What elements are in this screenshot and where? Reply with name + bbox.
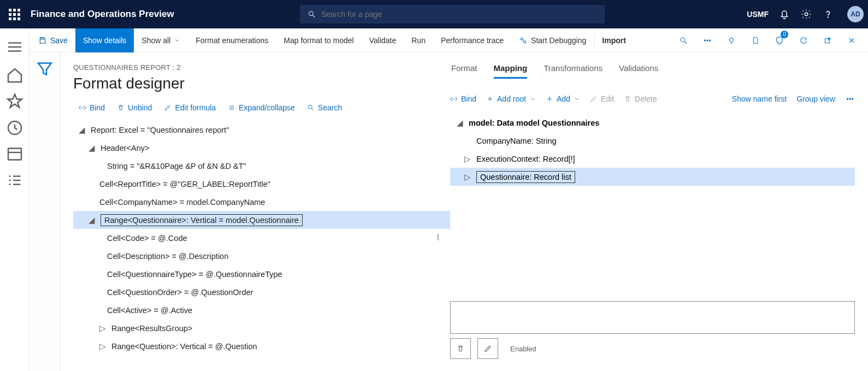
attachments-button[interactable] <box>746 31 765 50</box>
close-button[interactable] <box>842 31 861 50</box>
breadcrumb: QUESTIONNAIRES REPORT : 2 <box>73 63 450 72</box>
page-title: Format designer <box>73 75 450 92</box>
tree-row-selected[interactable]: ◢Range<Questionnaire>: Vertical = model.… <box>73 211 450 229</box>
tree-row[interactable]: ▷ExecutionContext: Record[!] <box>450 150 855 168</box>
tree-row[interactable]: Cell<Description> = @.Description <box>73 247 450 265</box>
svg-point-38 <box>852 98 853 99</box>
map-more-button[interactable] <box>845 94 855 104</box>
expand-collapse-button[interactable]: Expand/collapse <box>228 103 295 112</box>
workspaces-icon[interactable] <box>5 144 25 164</box>
settings-icon[interactable] <box>800 8 812 20</box>
messages-button[interactable]: 0 <box>770 31 789 50</box>
splitter-handle[interactable]: || <box>437 233 438 240</box>
tree-row[interactable]: ▷Range<ResultsGroup> <box>73 319 450 337</box>
show-details-button[interactable]: Show details <box>75 28 134 52</box>
svg-line-1 <box>312 15 315 17</box>
trash-icon <box>624 95 631 103</box>
svg-point-22 <box>707 39 708 40</box>
svg-point-30 <box>308 105 312 109</box>
tree-row[interactable]: Cell<ReportTitle> = @"GER_LABEL:ReportTi… <box>73 175 450 193</box>
more-actions-button[interactable] <box>698 31 717 50</box>
debug-icon <box>519 36 528 45</box>
tab-format[interactable]: Format <box>451 63 477 79</box>
caret-down-icon[interactable]: ◢ <box>88 144 95 152</box>
tree-row[interactable]: ▷Range<Question>: Vertical = @.Question <box>73 337 450 355</box>
company-code[interactable]: USMF <box>747 10 769 19</box>
help-icon[interactable] <box>822 8 834 20</box>
notifications-icon[interactable] <box>778 8 790 20</box>
unbind-button[interactable]: Unbind <box>117 103 152 112</box>
search-icon <box>308 10 316 19</box>
tab-validations[interactable]: Validations <box>619 63 658 79</box>
pin-button[interactable] <box>722 31 741 50</box>
find-button[interactable] <box>674 31 693 50</box>
messages-badge: 0 <box>781 31 788 38</box>
formula-delete-button[interactable] <box>450 338 471 359</box>
chevron-down-icon <box>174 37 180 44</box>
refresh-button[interactable] <box>794 31 813 50</box>
caret-down-icon[interactable]: ◢ <box>88 216 95 225</box>
format-enumerations-button[interactable]: Format enumerations <box>188 28 276 52</box>
tree-row[interactable]: Cell<Code> = @.Code <box>73 229 450 247</box>
global-search[interactable] <box>300 5 605 23</box>
run-button[interactable]: Run <box>404 28 433 52</box>
start-debugging-button[interactable]: Start Debugging <box>511 28 594 52</box>
filter-icon[interactable] <box>35 59 55 79</box>
app-title: Finance and Operations Preview <box>31 9 174 20</box>
tree-row[interactable]: ◢model: Data model Questionnaires <box>450 114 855 132</box>
refresh-icon <box>799 36 808 45</box>
caret-right-icon[interactable]: ▷ <box>99 342 106 351</box>
tree-row[interactable]: ◢Report: Excel = "Questionnaires report" <box>73 121 450 139</box>
modules-icon[interactable] <box>5 170 25 190</box>
tab-mapping[interactable]: Mapping <box>494 63 528 79</box>
svg-point-37 <box>849 98 851 99</box>
tree-search-button[interactable]: Search <box>307 103 342 112</box>
pencil-icon <box>164 104 172 111</box>
format-toolbar: Bind Unbind Edit formula Expand/collapse… <box>73 103 450 112</box>
map-bind-button[interactable]: Bind <box>450 95 476 103</box>
tree-row-selected[interactable]: ▷Questionnaire: Record list <box>450 168 855 186</box>
ellipsis-icon <box>845 94 855 104</box>
performance-trace-button[interactable]: Performance trace <box>433 28 511 52</box>
group-view-button[interactable]: Group view <box>796 95 835 103</box>
caret-down-icon[interactable]: ◢ <box>457 119 463 127</box>
add-button[interactable]: Add <box>546 95 580 103</box>
recent-icon[interactable] <box>5 118 25 138</box>
formula-edit-button[interactable] <box>477 338 498 359</box>
user-avatar[interactable]: AD <box>847 6 864 22</box>
caret-right-icon[interactable]: ▷ <box>99 324 106 333</box>
caret-right-icon[interactable]: ▷ <box>464 173 471 181</box>
global-search-input[interactable] <box>321 10 597 19</box>
tab-transformations[interactable]: Transformations <box>544 63 603 79</box>
show-all-button[interactable]: Show all <box>134 28 188 52</box>
save-button[interactable]: Save <box>31 28 75 52</box>
tree-row[interactable]: Cell<QuestionOrder> = @.QuestionOrder <box>73 283 450 301</box>
home-icon[interactable] <box>5 66 25 85</box>
tree-row[interactable]: Cell<CompanyName> = model.CompanyName <box>73 193 450 211</box>
edit-formula-button[interactable]: Edit formula <box>164 103 216 112</box>
tree-row[interactable]: CompanyName: String <box>450 132 855 150</box>
hamburger-icon[interactable] <box>5 37 25 57</box>
caret-down-icon[interactable]: ◢ <box>79 126 85 134</box>
link-icon <box>79 104 86 111</box>
show-name-first-button[interactable]: Show name first <box>732 95 787 103</box>
tree-row[interactable]: Cell<QuestionnaireType> = @.Questionnair… <box>73 265 450 283</box>
plus-icon <box>486 95 494 103</box>
bind-button[interactable]: Bind <box>79 103 105 112</box>
svg-point-21 <box>704 39 705 40</box>
favorites-icon[interactable] <box>5 92 25 111</box>
tree-row[interactable]: String = "&R&10Page &P of &N &D &T" <box>73 157 450 175</box>
filter-strip <box>29 52 60 371</box>
waffle-menu[interactable] <box>4 4 24 24</box>
svg-point-17 <box>521 38 523 40</box>
formula-box[interactable] <box>450 301 855 334</box>
import-button[interactable]: Import <box>594 28 634 52</box>
tree-row[interactable]: Cell<Active> = @.Active <box>73 301 450 319</box>
popout-button[interactable] <box>818 31 837 50</box>
tree-row[interactable]: ◢Header<Any> <box>73 139 450 157</box>
validate-button[interactable]: Validate <box>362 28 404 52</box>
pencil-icon <box>483 344 492 353</box>
map-format-to-model-button[interactable]: Map format to model <box>276 28 361 52</box>
caret-right-icon[interactable]: ▷ <box>464 155 471 163</box>
add-root-button[interactable]: Add root <box>486 95 536 103</box>
